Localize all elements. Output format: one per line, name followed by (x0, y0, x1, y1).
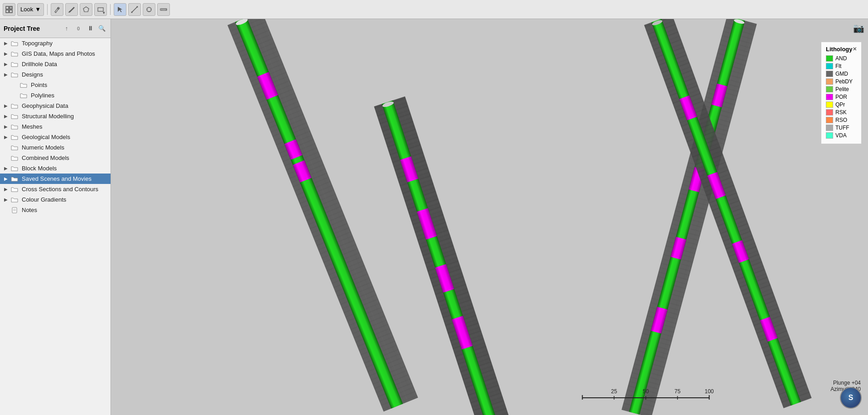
folder-icon-notes (11, 207, 18, 213)
rectangle-button[interactable]: ▼ (94, 3, 107, 16)
sidebar-item-notes[interactable]: Notes (0, 205, 111, 215)
expand-arrow-polylines[interactable] (12, 92, 18, 99)
expand-arrow-drillhole-data[interactable]: ▶ (3, 61, 9, 68)
sidebar-item-saved-scenes[interactable]: ▶Saved Scenes and Movies (0, 174, 111, 184)
expand-arrow-meshes[interactable]: ▶ (3, 124, 9, 130)
up-arrow-icon[interactable]: ↑ (62, 24, 72, 34)
globe-label: S (849, 394, 854, 402)
sidebar-item-topography[interactable]: ▶Topography (0, 38, 111, 48)
legend-items: ANDFltGMDPebDYPelitePORQPrRSKRSOTUFFVDA (826, 55, 857, 139)
sidebar-item-label-structural-modelling: Structural Modelling (22, 113, 74, 120)
pen-button[interactable] (65, 3, 78, 16)
folder-icon-drillhole-data (11, 61, 18, 68)
legend-color-swatch (826, 63, 833, 69)
expand-arrow-combined-models[interactable] (3, 155, 9, 161)
select-arrow-button[interactable] (114, 3, 126, 16)
legend-item-label: Pelite (835, 86, 849, 92)
legend-item-label: AND (835, 55, 847, 62)
legend-item-label: POR (835, 94, 847, 100)
expand-arrow-block-models[interactable]: ▶ (3, 165, 9, 172)
legend-color-swatch (826, 78, 833, 85)
sidebar-item-label-saved-scenes: Saved Scenes and Movies (22, 175, 92, 182)
expand-arrow-topography[interactable]: ▶ (3, 40, 9, 47)
legend-color-swatch (826, 94, 833, 100)
transform-button[interactable] (143, 3, 155, 16)
legend-item: RSO (826, 117, 857, 123)
toolbar: Look ▼ ▼ (0, 0, 868, 19)
legend-color-swatch (826, 55, 833, 62)
tree-container: ▶Topography▶GIS Data, Maps and Photos▶Dr… (0, 38, 111, 215)
sidebar-item-points[interactable]: Points (0, 80, 111, 90)
paint-brush-button[interactable] (51, 3, 63, 16)
folder-icon-numeric-models (11, 145, 18, 151)
legend-title: Lithology ✕ (826, 46, 857, 53)
expand-arrow-structural-modelling[interactable]: ▶ (3, 113, 9, 120)
viewport[interactable]: 25 50 75 100 Lithology ✕ ANDFltGMDPebDYP… (111, 19, 868, 415)
chevron-down-icon: ▼ (35, 6, 41, 13)
legend-color-swatch (826, 132, 833, 139)
folder-icon-cross-sections (11, 186, 18, 193)
sidebar-item-structural-modelling[interactable]: ▶Structural Modelling (0, 111, 111, 121)
svg-rect-0 (6, 6, 9, 9)
legend-close-icon[interactable]: ✕ (853, 46, 857, 52)
sidebar-item-combined-models[interactable]: Combined Models (0, 153, 111, 163)
expand-arrow-geological-models[interactable]: ▶ (3, 134, 9, 140)
svg-rect-2 (6, 10, 9, 13)
sidebar-item-colour-gradients[interactable]: ▶Colour Gradients (0, 194, 111, 205)
expand-arrow-notes[interactable] (3, 207, 9, 213)
legend-color-swatch (826, 71, 833, 77)
svg-marker-5 (83, 7, 89, 12)
expand-arrow-numeric-models[interactable] (3, 145, 9, 151)
legend-color-swatch (826, 109, 833, 116)
sidebar-item-designs[interactable]: ▶Designs (0, 69, 111, 80)
polygon-button[interactable] (80, 3, 92, 16)
legend-item-label: Flt (835, 63, 841, 69)
expand-arrow-saved-scenes[interactable]: ▶ (3, 176, 9, 182)
sidebar-item-block-models[interactable]: ▶Block Models (0, 163, 111, 174)
svg-text:75: 75 (675, 388, 681, 395)
expand-arrow-points[interactable] (12, 82, 18, 88)
expand-arrow-gis-data[interactable]: ▶ (3, 51, 9, 57)
sidebar-item-gis-data[interactable]: ▶GIS Data, Maps and Photos (0, 48, 111, 59)
folder-icon-block-models (11, 165, 18, 172)
grid-view-button[interactable] (3, 3, 15, 16)
pause-button[interactable]: ⏸ (85, 24, 95, 34)
camera-icon[interactable]: 📷 (853, 23, 864, 34)
svg-text:25: 25 (611, 388, 617, 395)
sidebar-item-drillhole-data[interactable]: ▶Drillhole Data (0, 59, 111, 69)
sidebar-header: Project Tree ↑ 0 ⏸ 🔍 (0, 19, 111, 38)
sidebar-item-geological-models[interactable]: ▶Geological Models (0, 132, 111, 142)
sidebar-item-meshes[interactable]: ▶Meshes (0, 121, 111, 132)
lithology-legend: Lithology ✕ ANDFltGMDPebDYPelitePORQPrRS… (821, 42, 862, 144)
folder-icon-designs (11, 72, 18, 78)
folder-icon-polylines (20, 92, 27, 99)
globe-indicator[interactable]: S (840, 387, 862, 409)
sidebar-item-label-colour-gradients: Colour Gradients (22, 196, 66, 203)
legend-item: TUFF (826, 125, 857, 131)
sidebar-item-geophysical-data[interactable]: ▶Geophysical Data (0, 101, 111, 111)
legend-item-label: RSK (835, 109, 847, 116)
look-dropdown[interactable]: Look ▼ (17, 3, 44, 16)
sidebar-item-label-topography: Topography (22, 40, 53, 47)
sidebar-item-cross-sections[interactable]: ▶Cross Sections and Contours (0, 184, 111, 194)
expand-arrow-colour-gradients[interactable]: ▶ (3, 197, 9, 203)
sidebar-item-label-cross-sections: Cross Sections and Contours (22, 186, 98, 193)
expand-arrow-cross-sections[interactable]: ▶ (3, 186, 9, 193)
sidebar-item-polylines[interactable]: Polylines (0, 90, 111, 101)
svg-text:50: 50 (643, 388, 649, 395)
legend-item: VDA (826, 132, 857, 139)
line-draw-button[interactable] (128, 3, 141, 16)
drillhole-scene: 25 50 75 100 (111, 19, 868, 415)
ruler-button[interactable] (157, 3, 170, 16)
sidebar-item-label-notes: Notes (22, 207, 37, 213)
legend-item-label: VDA (835, 132, 847, 139)
sidebar-item-numeric-models[interactable]: Numeric Models (0, 142, 111, 153)
search-icon[interactable]: 🔍 (97, 24, 107, 34)
expand-arrow-geophysical-data[interactable]: ▶ (3, 103, 9, 109)
divider-1 (47, 4, 48, 15)
expand-arrow-designs[interactable]: ▶ (3, 72, 9, 78)
folder-icon-structural-modelling (11, 113, 18, 120)
legend-item-label: RSO (835, 117, 847, 123)
sidebar-item-label-polylines: Polylines (31, 92, 54, 99)
folder-icon-combined-models (11, 155, 18, 161)
